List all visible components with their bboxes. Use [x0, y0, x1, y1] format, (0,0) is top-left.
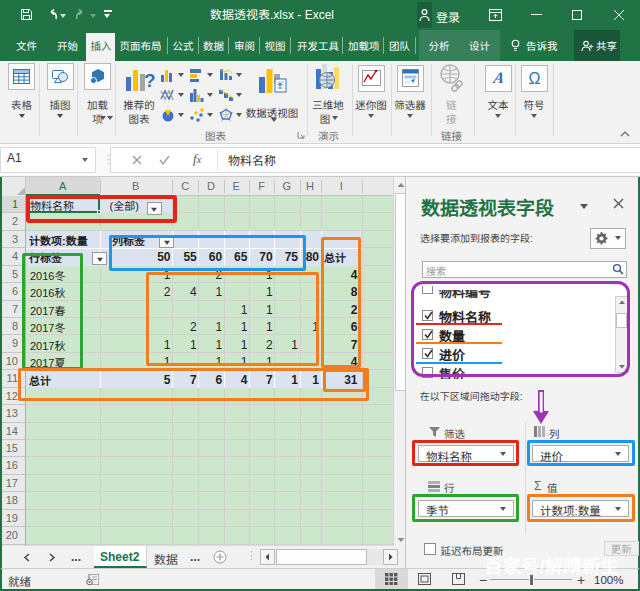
svg-text:?: ? [144, 70, 156, 91]
